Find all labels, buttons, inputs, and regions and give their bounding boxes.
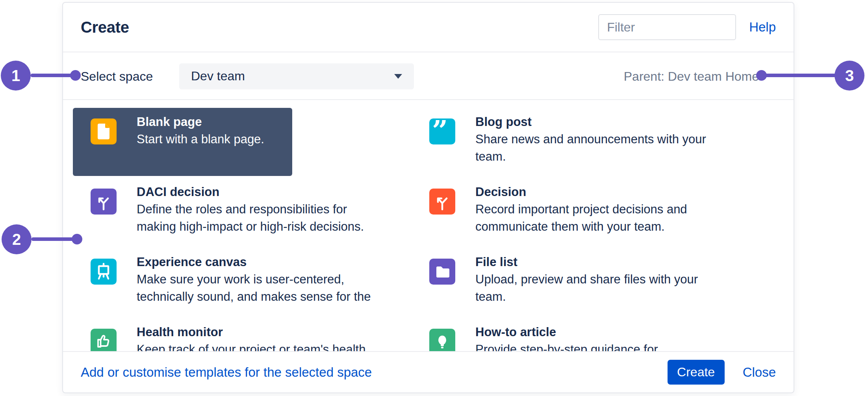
folder-icon <box>429 259 455 285</box>
template-name: File list <box>475 254 734 271</box>
dialog-header: Create Help <box>63 3 794 52</box>
template-name: Blank page <box>137 113 396 131</box>
dialog-title: Create <box>81 19 129 36</box>
callout-2-line <box>32 237 77 241</box>
help-link[interactable]: Help <box>749 20 776 35</box>
template-name: Experience canvas <box>137 254 396 271</box>
create-dialog: Create Help Select space Dev team Parent… <box>62 2 794 393</box>
template-text: DACI decision Define the roles and respo… <box>137 183 396 235</box>
space-select-value: Dev team <box>191 69 394 83</box>
template-item-blank-page[interactable]: Blank page Start with a blank page. <box>73 108 396 178</box>
space-select-dropdown[interactable]: Dev team <box>179 63 414 89</box>
template-desc: Start with a blank page. <box>137 131 396 148</box>
create-button[interactable]: Create <box>668 360 725 385</box>
template-desc: Upload, preview and share files with you… <box>475 271 734 305</box>
lightbulb-icon <box>429 329 455 352</box>
parent-page-label: Parent: Dev team Home <box>624 69 759 83</box>
template-desc: Provide step-by-step guidance for <box>475 341 734 352</box>
template-desc: Share news and announcements with your t… <box>475 131 734 165</box>
dialog-footer: Add or customise templates for the selec… <box>63 351 794 392</box>
template-item-how-to-article[interactable]: How-to article Provide step-by-step guid… <box>412 318 734 352</box>
template-item-file-list[interactable]: File list Upload, preview and share file… <box>412 248 734 318</box>
template-text: Health monitor Keep track of your projec… <box>137 324 396 352</box>
chevron-down-icon <box>394 74 402 79</box>
svg-text:”: ” <box>432 118 448 144</box>
callout-1-line <box>31 74 75 77</box>
thumbs-up-icon <box>91 329 117 352</box>
template-name: Decision <box>475 183 734 201</box>
template-text: Blank page Start with a blank page. <box>137 113 396 148</box>
callout-3-badge: 3 <box>835 61 864 91</box>
template-name: How-to article <box>475 324 734 341</box>
template-desc: Keep track of your project or team's hea… <box>137 341 396 352</box>
filter-input[interactable] <box>598 14 736 40</box>
template-list: Blank page Start with a blank page. ” Bl… <box>73 108 795 352</box>
create-dialog-screenshot: Create Help Select space Dev team Parent… <box>0 0 868 396</box>
template-item-daci-decision[interactable]: DACI decision Define the roles and respo… <box>73 178 396 248</box>
template-item-decision[interactable]: Decision Record important project decisi… <box>412 178 734 248</box>
callout-1-dot <box>70 70 81 81</box>
select-space-row: Select space Dev team Parent: Dev team H… <box>63 53 794 100</box>
template-desc: Make sure your work is user-centered, te… <box>137 271 396 305</box>
template-item-health-monitor[interactable]: Health monitor Keep track of your projec… <box>73 318 396 352</box>
close-link[interactable]: Close <box>743 365 776 380</box>
callout-3-line <box>764 74 837 77</box>
customise-templates-link[interactable]: Add or customise templates for the selec… <box>81 365 372 380</box>
callout-3-dot <box>756 70 767 81</box>
callout-2-dot <box>72 234 82 244</box>
template-text: Blog post Share news and announcements w… <box>475 113 734 165</box>
template-item-blog-post[interactable]: ” Blog post Share news and announcements… <box>412 108 734 178</box>
blank-page-icon <box>91 118 117 144</box>
easel-icon <box>91 259 117 285</box>
callout-1-badge: 1 <box>1 61 31 91</box>
template-name: Blog post <box>475 113 734 131</box>
template-desc: Record important project decisions and c… <box>475 201 734 235</box>
branch-arrow-icon <box>91 189 117 215</box>
template-item-experience-canvas[interactable]: Experience canvas Make sure your work is… <box>73 248 396 318</box>
template-text: Decision Record important project decisi… <box>475 183 734 235</box>
select-space-label: Select space <box>81 69 153 83</box>
template-name: Health monitor <box>137 324 396 341</box>
template-text: Experience canvas Make sure your work is… <box>137 254 396 305</box>
callout-2-badge: 2 <box>2 224 32 254</box>
template-text: How-to article Provide step-by-step guid… <box>475 324 734 352</box>
branch-arrow-icon <box>429 189 455 215</box>
blog-post-quote-icon: ” <box>429 118 455 144</box>
template-desc: Define the roles and responsibilities fo… <box>137 201 396 235</box>
template-name: DACI decision <box>137 183 396 201</box>
template-text: File list Upload, preview and share file… <box>475 254 734 305</box>
